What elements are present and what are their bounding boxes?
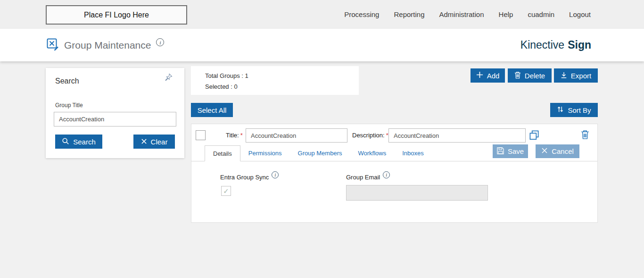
floppy-disk-icon bbox=[497, 147, 504, 156]
trash-icon bbox=[514, 71, 521, 80]
cancel-button[interactable]: Cancel bbox=[536, 144, 579, 158]
summary-panel: Total Groups : 1 Selected : 0 bbox=[191, 66, 359, 95]
download-icon bbox=[561, 72, 567, 80]
search-panel: Search Group Title Search bbox=[46, 68, 184, 158]
sort-by-button[interactable]: Sort By bbox=[550, 103, 598, 117]
fi-logo-placeholder[interactable]: Place FI Logo Here bbox=[46, 5, 187, 25]
description-input[interactable] bbox=[388, 128, 526, 143]
title-input[interactable] bbox=[246, 128, 347, 143]
group-title-input[interactable] bbox=[54, 112, 176, 126]
page-info-icon[interactable]: i bbox=[156, 38, 164, 46]
save-button[interactable]: Save bbox=[493, 144, 528, 158]
tab-details[interactable]: Details bbox=[205, 145, 240, 161]
sort-by-button-label: Sort By bbox=[568, 106, 591, 114]
tab-inboxes[interactable]: Inboxes bbox=[394, 145, 432, 161]
nav-item-reporting[interactable]: Reporting bbox=[394, 10, 424, 18]
select-all-button[interactable]: Select All bbox=[191, 103, 233, 117]
pin-icon[interactable] bbox=[164, 73, 173, 83]
content-area: Search Group Title Search bbox=[0, 61, 644, 278]
group-email-label: Group Email i bbox=[346, 174, 390, 181]
clear-button-label: Clear bbox=[151, 138, 168, 146]
search-panel-title: Search bbox=[55, 77, 79, 85]
add-button[interactable]: Add bbox=[471, 68, 505, 83]
add-button-label: Add bbox=[487, 72, 500, 80]
tab-permissions[interactable]: Permissions bbox=[240, 145, 290, 161]
delete-button-label: Delete bbox=[525, 72, 545, 80]
nav-item-logout[interactable]: Logout bbox=[569, 10, 591, 18]
group-tabs: Details Permissions Group Members Workfl… bbox=[205, 145, 432, 161]
cancel-button-label: Cancel bbox=[552, 147, 574, 155]
select-all-button-label: Select All bbox=[198, 106, 227, 114]
sort-arrows-icon bbox=[557, 106, 564, 114]
selected-count: Selected : 0 bbox=[205, 83, 359, 90]
description-field-label: Description:* bbox=[352, 132, 388, 139]
group-maintenance-icon bbox=[47, 38, 59, 52]
delete-button[interactable]: Delete bbox=[508, 68, 552, 83]
group-row-card: Title:* Description:* bbox=[191, 124, 598, 223]
save-button-label: Save bbox=[508, 147, 524, 155]
title-field-label: Title:* bbox=[226, 132, 243, 139]
group-email-input[interactable] bbox=[346, 185, 488, 201]
search-icon bbox=[62, 137, 69, 146]
delete-group-button[interactable] bbox=[581, 130, 589, 141]
tab-group-members[interactable]: Group Members bbox=[290, 145, 350, 161]
top-bar: Place FI Logo Here Processing Reporting … bbox=[0, 0, 644, 29]
export-button-label: Export bbox=[571, 72, 591, 80]
group-row-checkbox[interactable] bbox=[196, 130, 206, 140]
search-button[interactable]: Search bbox=[55, 135, 102, 149]
group-email-info-icon[interactable]: i bbox=[383, 171, 390, 178]
brand-logo: KinectiveSign bbox=[520, 29, 591, 61]
required-asterisk: * bbox=[386, 132, 388, 139]
page-title-group: Group Maintenance i bbox=[47, 29, 164, 61]
nav-item-help[interactable]: Help bbox=[499, 10, 513, 18]
brand-suffix: Sign bbox=[568, 39, 591, 51]
entra-group-sync-label: Entra Group Sync i bbox=[220, 174, 279, 181]
group-title-label: Group Title bbox=[55, 102, 83, 109]
x-icon bbox=[141, 138, 147, 146]
page-header: Group Maintenance i KinectiveSign bbox=[0, 29, 644, 61]
brand-name: Kinective bbox=[520, 39, 564, 51]
clear-button[interactable]: Clear bbox=[133, 135, 175, 149]
plus-icon bbox=[476, 71, 483, 80]
export-button[interactable]: Export bbox=[554, 68, 598, 83]
copy-group-button[interactable] bbox=[529, 130, 540, 142]
nav-item-user-cuadmin[interactable]: cuadmin bbox=[528, 10, 554, 18]
total-groups-count: Total Groups : 1 bbox=[205, 72, 359, 79]
x-icon bbox=[541, 147, 548, 155]
main-nav: Processing Reporting Administration Help… bbox=[344, 0, 591, 29]
entra-group-sync-info-icon[interactable]: i bbox=[272, 171, 279, 178]
trash-outline-icon bbox=[581, 134, 589, 141]
required-asterisk: * bbox=[240, 132, 243, 139]
page-title: Group Maintenance bbox=[64, 40, 151, 51]
tab-workflows[interactable]: Workflows bbox=[350, 145, 394, 161]
search-button-label: Search bbox=[73, 138, 96, 146]
entra-group-sync-checkbox[interactable]: ✓ bbox=[221, 186, 231, 196]
page: Place FI Logo Here Processing Reporting … bbox=[0, 0, 644, 278]
nav-item-administration[interactable]: Administration bbox=[439, 10, 484, 18]
copy-icon bbox=[529, 135, 540, 142]
nav-item-processing[interactable]: Processing bbox=[344, 10, 379, 18]
checkmark-icon: ✓ bbox=[223, 187, 229, 195]
